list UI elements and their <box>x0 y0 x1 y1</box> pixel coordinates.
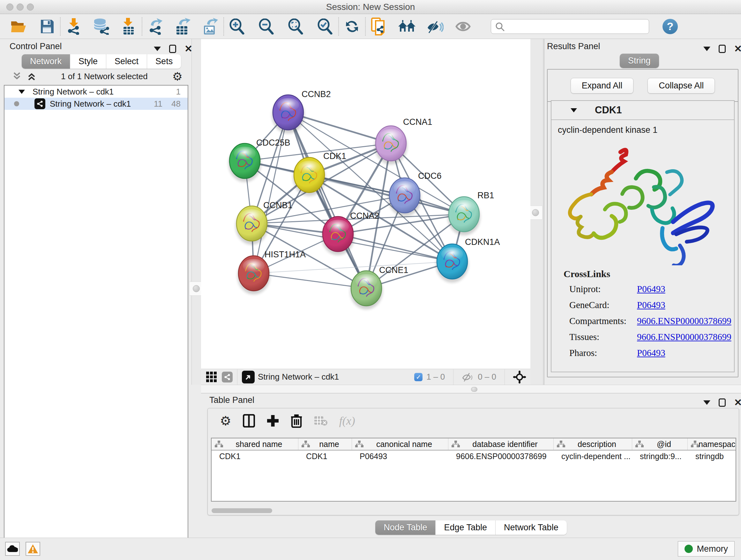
network-thumbnail-icon[interactable] <box>222 372 232 382</box>
node-label: CCNE1 <box>379 265 408 275</box>
help-button[interactable]: ? <box>663 19 678 34</box>
delete-column-icon[interactable] <box>291 414 302 428</box>
network-canvas[interactable]: CCNB2CCNA1CDC25BCDK1CDC6RB1CCNB1CCNA2CDK… <box>201 39 530 369</box>
column-header-id[interactable]: @id <box>632 438 688 450</box>
left-splitter-handle[interactable] <box>193 285 200 292</box>
hidden-eye-icon[interactable] <box>462 372 474 382</box>
crosslinks-heading: CrossLinks <box>563 268 734 279</box>
search-input[interactable] <box>491 19 649 34</box>
tab-edge-table[interactable]: Edge Table <box>435 520 495 535</box>
table-horizontal-scrollbar[interactable] <box>212 508 272 513</box>
collapse-all-button[interactable]: Collapse All <box>648 78 715 94</box>
zoom-fit-icon <box>288 18 304 35</box>
column-header-database-identifier[interactable]: database identifier <box>448 438 554 450</box>
panel-float-button[interactable] <box>154 47 161 51</box>
crosshair-icon[interactable] <box>513 371 526 383</box>
home-networks-button[interactable] <box>397 17 417 37</box>
table-cell[interactable]: CDK1 <box>212 450 298 462</box>
crosslink-link[interactable]: P06493 <box>637 300 665 310</box>
expand-all-tree-icon[interactable] <box>27 71 37 81</box>
crosslink-link[interactable]: 9606.ENSP00000378699 <box>637 332 731 342</box>
table-cell[interactable]: P06493 <box>352 450 448 462</box>
tab-style[interactable]: Style <box>70 54 106 69</box>
import-table-icon <box>122 18 136 35</box>
table-cell[interactable]: 9606.ENSP00000378699 <box>448 450 554 462</box>
table-options-gear-icon[interactable]: ⚙ <box>220 414 231 428</box>
table-cell[interactable]: stringdb <box>688 450 736 462</box>
horizontal-splitter[interactable] <box>201 385 741 393</box>
search-icon <box>495 22 505 32</box>
string-clipboard-button[interactable] <box>369 17 389 37</box>
open-session-button[interactable] <box>9 17 29 37</box>
export-network-button[interactable] <box>145 17 165 37</box>
tab-string[interactable]: String <box>620 54 659 68</box>
right-splitter[interactable] <box>530 39 544 385</box>
protein-collapse-icon[interactable] <box>570 108 577 112</box>
column-header-canonical-name[interactable]: canonical name <box>352 438 448 450</box>
selected-checkbox-icon[interactable]: ✓ <box>414 373 422 381</box>
horizontal-splitter-handle[interactable] <box>471 387 477 392</box>
right-splitter-handle[interactable] <box>532 209 539 216</box>
network-view-toolbar: String Network – cdk1 ✓ 1 – 0 0 – 0 <box>201 369 530 385</box>
panel-float-button[interactable] <box>703 400 711 405</box>
left-splitter[interactable] <box>192 39 201 385</box>
panel-maximize-button[interactable] <box>719 398 726 407</box>
crosslink-link[interactable]: P06493 <box>637 284 665 294</box>
grid-view-icon[interactable] <box>206 372 217 382</box>
table-row[interactable]: CDK1CDK1P064939606.ENSP00000378699cyclin… <box>212 450 736 462</box>
eye-slash-icon <box>426 19 444 34</box>
zoom-fit-button[interactable] <box>286 17 306 37</box>
table-cell[interactable]: CDK1 <box>298 450 352 462</box>
function-builder-icon-disabled: f(x) <box>339 414 355 428</box>
table-cell[interactable]: cyclin-dependent ... <box>554 450 632 462</box>
panel-float-button[interactable] <box>703 47 711 51</box>
panel-maximize-button[interactable] <box>719 45 726 53</box>
expand-all-button[interactable]: Expand All <box>570 78 634 94</box>
import-table-button[interactable] <box>119 17 138 37</box>
show-hidden-button[interactable] <box>453 17 473 37</box>
network-row-selected[interactable]: String Network – cdk1 11 48 <box>4 98 188 110</box>
column-header-description[interactable]: description <box>554 438 632 450</box>
collapse-all-tree-icon[interactable] <box>12 71 22 81</box>
network-collection-row[interactable]: String Network – cdk1 1 <box>4 85 188 98</box>
network-graph[interactable]: CCNB2CCNA1CDC25BCDK1CDC6RB1CCNB1CCNA2CDK… <box>201 39 530 369</box>
zoom-out-button[interactable] <box>257 17 276 37</box>
zoom-out-icon <box>259 18 274 35</box>
collection-expand-icon[interactable] <box>18 90 25 94</box>
tab-select[interactable]: Select <box>106 54 147 69</box>
table-cell[interactable]: stringdb:9... <box>632 450 688 462</box>
add-column-icon[interactable] <box>266 415 279 427</box>
tab-sets[interactable]: Sets <box>147 54 181 69</box>
crosslink-link[interactable]: 9606.ENSP00000378699 <box>637 316 731 326</box>
title-bar: Session: New Session <box>0 0 741 14</box>
column-header-namespace[interactable]: namespace <box>688 438 736 450</box>
node-table[interactable]: shared namenamecanonical namedatabase id… <box>211 438 736 502</box>
tab-network[interactable]: Network <box>22 54 70 69</box>
cloud-status-button[interactable] <box>5 542 20 556</box>
import-network-button[interactable] <box>64 17 84 37</box>
tab-network-table[interactable]: Network Table <box>495 520 567 535</box>
panel-close-button[interactable]: ✕ <box>734 44 741 54</box>
refresh-button[interactable] <box>342 17 362 37</box>
tab-node-table[interactable]: Node Table <box>375 520 435 535</box>
warnings-button[interactable] <box>25 542 40 556</box>
import-network-from-database-button[interactable] <box>91 17 111 37</box>
selected-counts: 1 – 0 <box>426 372 445 382</box>
export-table-button[interactable] <box>173 17 193 37</box>
protein-card-header[interactable]: CDK1 <box>551 101 734 120</box>
control-panel-tabs: NetworkStyleSelectSets <box>22 54 181 69</box>
column-header-name[interactable]: name <box>298 438 352 450</box>
crosslink-link[interactable]: P06493 <box>637 348 665 358</box>
export-image-button[interactable] <box>200 17 220 37</box>
memory-button[interactable]: Memory <box>678 541 735 557</box>
column-header-shared-name[interactable]: shared name <box>212 438 298 450</box>
panel-maximize-button[interactable] <box>169 45 176 53</box>
show-columns-icon[interactable] <box>243 414 255 428</box>
network-options-gear-icon[interactable]: ⚙ <box>172 70 183 83</box>
hide-unhide-button[interactable] <box>425 17 445 37</box>
birds-eye-view-icon[interactable] <box>242 371 255 383</box>
zoom-selected-button[interactable] <box>315 17 335 37</box>
zoom-in-button[interactable] <box>227 17 247 37</box>
save-session-button[interactable] <box>37 17 57 37</box>
panel-close-button[interactable]: ✕ <box>734 398 741 408</box>
